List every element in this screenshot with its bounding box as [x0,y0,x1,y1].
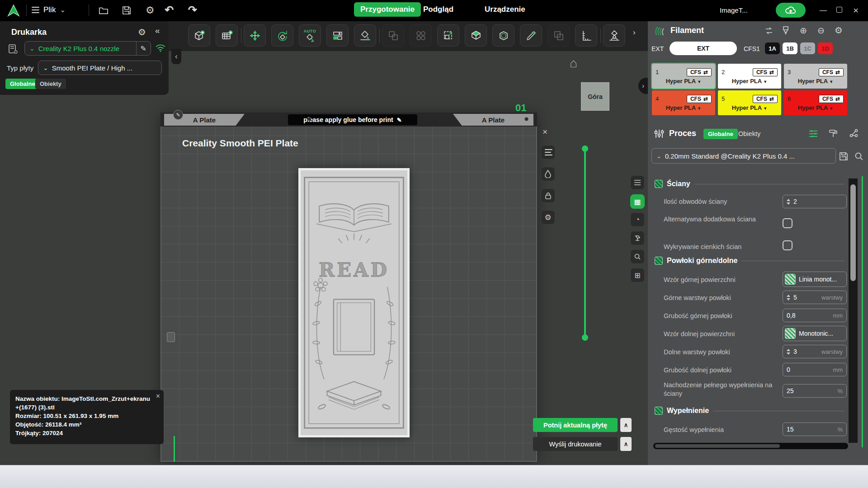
clone-button-disabled[interactable] [382,24,404,47]
scale-button[interactable] [437,24,459,47]
auto-orient-button[interactable]: AUTO [299,24,321,47]
alternate-extra-wall-checkbox[interactable] [783,218,793,228]
search-settings-icon[interactable] [854,152,863,161]
top-surface-pattern-select[interactable]: Linia monot... [783,272,847,287]
paint-seam-button[interactable] [465,24,487,47]
tab-podglad[interactable]: Podgląd [417,2,460,17]
printer-select[interactable]: ⌄ Creality K2 Plus 0.4 nozzle ✎ [24,41,151,56]
setting-value[interactable]: 2 [793,198,797,205]
merge-button-disabled[interactable] [547,24,570,47]
layer-slider-bottom-handle[interactable] [582,334,588,341]
thin-wall-detection-checkbox[interactable] [783,240,793,250]
pencil-icon[interactable]: ✎ [397,117,402,123]
setting-value[interactable]: 0,8 [787,312,795,319]
ext-button[interactable]: EXT [670,42,737,55]
wall-loops-stepper[interactable]: 2 [783,195,847,208]
file-menu[interactable]: Plik ⌄ [32,5,66,14]
bottom-shell-thickness-input[interactable]: 0 mm [783,363,847,376]
stepper-arrows-icon[interactable] [787,295,790,300]
home-view-icon[interactable]: ⌂ [570,56,577,70]
plate-tab-right[interactable]: A Plate [453,114,533,126]
slot-material[interactable]: Hyper PLA ▼ [656,104,712,111]
filament-slot-1[interactable]: 1 CFS⇄ Hyper PLA ▼ [652,64,715,89]
tab-urzadzenie[interactable]: Urządzenie [478,2,532,17]
layer-slider-top-handle[interactable] [582,145,588,152]
filament-slot-4[interactable]: 4 CFS⇄ Hyper PLA ▼ [652,90,715,115]
open-file-icon[interactable] [99,6,108,15]
setting-value[interactable]: 0 [787,366,790,373]
filter-params-icon[interactable] [808,130,818,138]
cut-button[interactable] [492,24,514,47]
cfs-swap-badge[interactable]: CFS⇄ [753,68,778,76]
bottom-shell-layers-stepper[interactable]: 3 warstwy [783,345,847,358]
paint-roller-icon[interactable] [829,129,838,138]
grid-view-button-active[interactable]: ▦ [630,194,645,209]
wifi-icon[interactable] [156,44,165,52]
filament-settings-gear-icon[interactable]: ⚙ [835,25,843,36]
deselect-close-icon[interactable]: × [542,127,547,137]
bottom-surface-pattern-select[interactable]: Monotonic... [783,326,847,341]
cfs-chip-1b[interactable]: 1B [783,42,797,54]
minimize-button[interactable]: — [820,6,827,14]
lamp-button[interactable] [630,231,645,245]
view-cube[interactable]: Góra [581,82,609,111]
panel-collapse-icon[interactable]: « [155,26,160,36]
move-button[interactable] [244,24,266,47]
layers-view-button[interactable] [630,175,645,190]
stepper-arrows-icon[interactable] [787,199,790,205]
plate-clip-handle[interactable] [167,332,175,342]
top-shell-thickness-input[interactable]: 0,8 mm [783,309,847,322]
infill-density-input[interactable]: 15 % [783,422,847,436]
profile-select[interactable]: ⌄ 0.20mm Standard @Creality K2 Plus 0.4 … [651,148,836,164]
printer-settings-gear-icon[interactable]: ⚙ [138,27,146,38]
restore-button[interactable] [836,7,842,13]
top-shell-layers-stepper[interactable]: 5 warstwy [783,291,847,304]
slot-material[interactable]: Hyper PLA ▼ [722,78,778,84]
slot-material[interactable]: Hyper PLA ▼ [722,104,778,111]
settings-scrollbar-thumb[interactable] [850,184,856,281]
toolbar-collapse-tab[interactable]: ‹ [171,49,181,64]
flip-sync-icon[interactable] [764,27,774,35]
send-print-button[interactable]: Wyślij drukowanie [533,437,618,451]
setting-value[interactable]: 25 [787,387,794,394]
process-scope-globalne[interactable]: Globalne [703,129,738,139]
arrange-button[interactable] [326,24,349,47]
object-list-button[interactable] [541,145,555,160]
support-paint-button[interactable] [603,24,625,47]
infill-wall-overlap-input[interactable]: 25 % [783,384,847,398]
rotate-button[interactable] [271,24,293,47]
cfs-swap-badge[interactable]: CFS⇄ [819,68,844,76]
stepper-arrows-icon[interactable] [787,349,790,355]
setting-value[interactable]: 15 [787,426,794,433]
close-icon[interactable]: × [156,392,160,400]
cfs-swap-badge[interactable]: CFS⇄ [687,68,712,76]
toolbar-more-chevron[interactable]: › [633,28,636,37]
scope-tab-obiekty[interactable]: Obiekty [35,79,66,89]
scope-tab-globalne[interactable]: Globalne [5,79,40,89]
save-icon[interactable] [122,6,131,15]
close-button[interactable]: × [853,5,859,16]
measure-button[interactable] [575,24,597,47]
undo-icon[interactable]: ↶ [165,4,174,16]
setting-value[interactable]: 5 [793,294,797,301]
edit-printer-button[interactable]: ✎ [136,42,151,55]
tab-przygotowanie[interactable]: Przygotowanie [354,2,421,17]
right-panel-toggle[interactable]: › [638,78,648,94]
workflow-nodes-icon[interactable] [849,129,859,138]
auto-paint-button[interactable] [541,167,555,181]
redo-icon[interactable]: ↷ [188,4,197,16]
slot-material[interactable]: Hyper PLA ▼ [656,78,712,84]
layer-slider-track[interactable] [584,149,586,338]
orbit-view-button[interactable]: ◔ [630,212,645,227]
lock-button[interactable] [541,188,555,203]
settings-hscrollbar-thumb[interactable] [655,444,780,448]
filament-slot-3[interactable]: 3 CFS⇄ Hyper PLA ▼ [784,64,847,89]
cfs-chip-1c[interactable]: 1C [800,42,815,54]
filament-slot-6[interactable]: 6 CFS⇄ Hyper PLA ▼ [784,90,847,115]
nozzle-icon[interactable] [782,26,790,35]
add-plate-button[interactable] [216,24,238,47]
setting-value[interactable]: 3 [793,348,797,355]
add-model-button[interactable] [188,24,210,47]
save-profile-icon[interactable] [839,152,848,161]
send-options-caret[interactable]: ∧ [620,437,632,451]
